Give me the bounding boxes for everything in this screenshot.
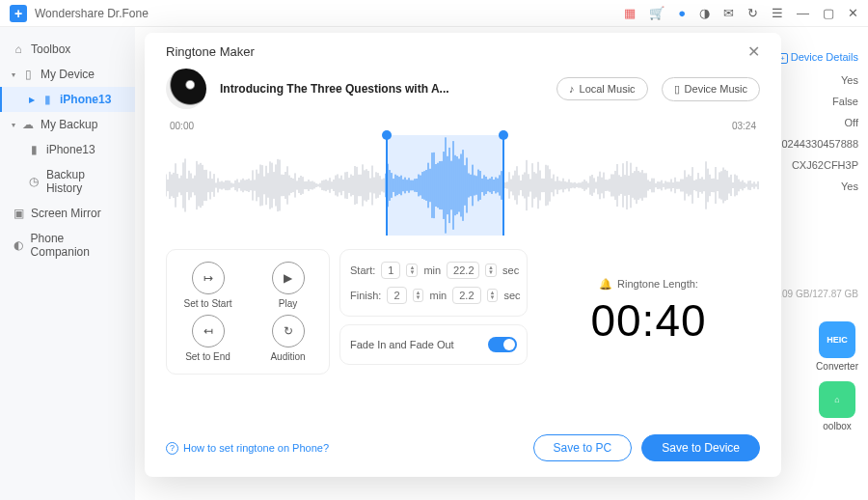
tile-heic-converter[interactable]: HEICConverter <box>816 321 858 372</box>
sidebar-item-iphone13[interactable]: ▶▮iPhone13 <box>0 87 135 112</box>
sidebar-label: Screen Mirror <box>31 207 101 220</box>
sidebar-label: iPhone13 <box>46 143 95 156</box>
help-link[interactable]: ?How to set ringtone on Phone? <box>166 442 329 455</box>
detail-row: Yes <box>769 69 858 91</box>
tile-toolbox[interactable]: ⌂oolbox <box>816 381 858 431</box>
playback-controls: ↦Set to Start ▶Play ↤Set to End ↻Auditio… <box>166 249 330 375</box>
start-min-input[interactable]: 1 <box>381 262 400 279</box>
ringtone-length-label: Ringtone Length: <box>617 278 698 290</box>
audition-icon: ↻ <box>272 315 305 347</box>
finish-sec-input[interactable]: 2.2 <box>452 287 480 304</box>
sidebar-item-screenmirror[interactable]: ▣Screen Mirror <box>0 201 135 226</box>
sidebar-label: Backup History <box>46 168 123 195</box>
detail-row: 0244330457888 <box>769 133 858 154</box>
track-name: Introducing The Three Questions with A..… <box>220 82 543 96</box>
headset-icon[interactable]: ◑ <box>699 6 710 20</box>
fade-label: Fade In and Fade Out <box>350 339 454 350</box>
finish-min-stepper[interactable]: ▲▼ <box>413 289 424 302</box>
min-unit: min <box>429 290 447 301</box>
chevron-down-icon: ▾ <box>12 121 15 129</box>
sidebar-item-backup-iphone13[interactable]: ▮iPhone13 <box>0 137 135 162</box>
sidebar-label: Toolbox <box>31 42 70 56</box>
finish-label: Finish: <box>350 290 381 301</box>
minimize-icon[interactable]: — <box>797 6 809 20</box>
sidebar-item-phonecompanion[interactable]: ◐Phone Companion <box>0 226 135 264</box>
set-to-end-button[interactable]: ↤Set to End <box>176 315 239 362</box>
play-button[interactable]: ▶Play <box>257 262 319 309</box>
sidebar-label: My Device <box>41 68 95 81</box>
waveform[interactable] <box>166 135 760 236</box>
close-window-icon[interactable]: ✕ <box>848 6 858 20</box>
start-min-stepper[interactable]: ▲▼ <box>406 264 418 277</box>
toolbox-icon: ⌂ <box>819 381 855 418</box>
device-details-link[interactable]: + Device Details <box>769 46 858 69</box>
chevron-down-icon: ▾ <box>12 70 15 79</box>
sidebar-label: iPhone13 <box>60 93 111 106</box>
dialog-title: Ringtone Maker <box>166 44 255 59</box>
maximize-icon[interactable]: ▢ <box>823 6 834 20</box>
companion-icon: ◐ <box>12 238 25 252</box>
device-music-button[interactable]: ▯Device Music <box>662 77 760 101</box>
user-icon[interactable]: ● <box>678 6 686 20</box>
detail-row: Yes <box>769 176 858 197</box>
menu-icon[interactable]: ☰ <box>772 6 783 20</box>
clock-icon: ◷ <box>27 175 41 188</box>
sidebar-item-toolbox[interactable]: ⌂Toolbox <box>0 37 135 62</box>
set-start-icon: ↦ <box>192 262 225 294</box>
audition-button[interactable]: ↻Audition <box>257 315 319 362</box>
album-art <box>166 69 206 109</box>
sec-unit: sec <box>502 264 519 276</box>
phone-icon: ▯ <box>674 83 680 96</box>
sidebar-label: My Backup <box>41 118 97 131</box>
tile-label: oolbox <box>823 421 851 431</box>
cart-icon[interactable]: 🛒 <box>649 6 665 20</box>
feature-tiles: HEICConverter ⌂oolbox <box>816 321 858 431</box>
mirror-icon: ▣ <box>12 207 25 220</box>
sidebar-item-backup-history[interactable]: ◷Backup History <box>0 162 135 201</box>
music-icon: ♪ <box>569 83 575 95</box>
gift-icon[interactable]: ▦ <box>624 6 636 20</box>
ringtone-length-value: 00:40 <box>590 294 706 347</box>
bell-icon: 🔔 <box>599 278 612 291</box>
min-unit: min <box>423 264 441 276</box>
save-to-device-button[interactable]: Save to Device <box>641 434 760 461</box>
sidebar-item-mybackup[interactable]: ▾☁My Backup <box>0 112 135 137</box>
home-icon: ⌂ <box>12 42 25 56</box>
tile-label: Converter <box>816 361 858 372</box>
mail-icon[interactable]: ✉ <box>723 6 734 20</box>
play-icon: ▶ <box>272 262 305 294</box>
start-sec-stepper[interactable]: ▲▼ <box>485 264 497 277</box>
finish-sec-stepper[interactable]: ▲▼ <box>487 289 499 302</box>
close-icon[interactable]: ✕ <box>747 42 760 61</box>
finish-min-input[interactable]: 2 <box>387 287 406 304</box>
selection-handle-left[interactable] <box>382 130 392 140</box>
app-title: Wondershare Dr.Fone <box>35 7 616 20</box>
trim-box: Start: 1 ▲▼ min 22.2 ▲▼ sec Finish: 2 ▲▼ <box>339 249 528 317</box>
save-to-pc-button[interactable]: Save to PC <box>533 434 633 461</box>
device-icon: ▯ <box>21 68 35 81</box>
set-to-start-button[interactable]: ↦Set to Start <box>176 262 239 309</box>
sidebar-item-mydevice[interactable]: ▾▯My Device <box>0 62 135 87</box>
start-sec-input[interactable]: 22.2 <box>447 262 479 279</box>
app-logo: + <box>10 5 27 22</box>
detail-row: Off <box>769 112 858 133</box>
chevron-right-icon: ▶ <box>29 96 35 104</box>
ringtone-length-box: 🔔Ringtone Length: 00:40 <box>537 249 760 375</box>
detail-row: False <box>769 91 858 112</box>
history-icon[interactable]: ↻ <box>747 6 758 20</box>
device-details-panel: + Device Details Yes False Off 024433045… <box>769 46 858 305</box>
selection-range[interactable] <box>386 135 504 236</box>
time-end: 03:24 <box>732 121 756 131</box>
help-icon: ? <box>166 442 178 455</box>
detail-row: CXJ62CFH3P <box>769 154 858 176</box>
sidebar: ⌂Toolbox ▾▯My Device ▶▮iPhone13 ▾☁My Bac… <box>0 27 135 500</box>
phone-icon: ▮ <box>41 93 54 106</box>
local-music-button[interactable]: ♪Local Music <box>556 77 648 100</box>
backup-icon: ☁ <box>21 118 35 131</box>
fade-toggle[interactable] <box>488 337 517 352</box>
titlebar: + Wondershare Dr.Fone ▦ 🛒 ● ◑ ✉ ↻ ☰ — ▢ … <box>0 0 868 27</box>
main-area: + Device Details Yes False Off 024433045… <box>135 27 868 500</box>
timeline-labels: 00:00 03:24 <box>166 121 760 131</box>
sec-unit: sec <box>503 290 520 301</box>
start-label: Start: <box>350 264 375 276</box>
